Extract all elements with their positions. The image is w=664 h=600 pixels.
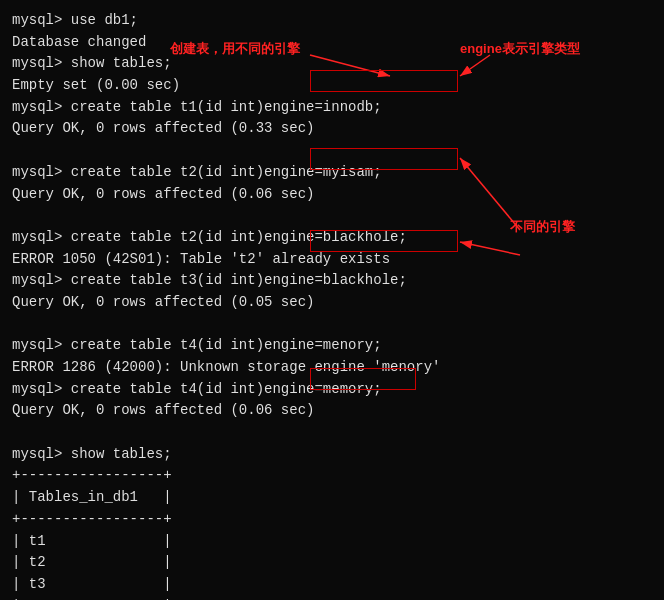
terminal-line: mysql> create table t2(id int)engine=bla… — [12, 227, 652, 249]
terminal-line: Database changed — [12, 32, 652, 54]
terminal-line: mysql> create table t3(id int)engine=bla… — [12, 270, 652, 292]
terminal-line: Query OK, 0 rows affected (0.33 sec) — [12, 118, 652, 140]
terminal-line: | t4 | — [12, 596, 652, 600]
terminal-line: Empty set (0.00 sec) — [12, 75, 652, 97]
terminal-line: mysql> create table t1(id int)engine=inn… — [12, 97, 652, 119]
terminal-line: ERROR 1286 (42000): Unknown storage engi… — [12, 357, 652, 379]
terminal-line: | t1 | — [12, 531, 652, 553]
terminal-line: mysql> show tables; — [12, 53, 652, 75]
terminal-line: | t3 | — [12, 574, 652, 596]
terminal: mysql> use db1; Database changed mysql> … — [0, 0, 664, 600]
terminal-line — [12, 314, 652, 336]
terminal-line: +-----------------+ — [12, 509, 652, 531]
terminal-line: mysql> create table t4(id int)engine=men… — [12, 335, 652, 357]
terminal-line — [12, 205, 652, 227]
terminal-line — [12, 422, 652, 444]
terminal-line: mysql> create table t2(id int)engine=myi… — [12, 162, 652, 184]
terminal-line: Query OK, 0 rows affected (0.06 sec) — [12, 400, 652, 422]
terminal-line: ERROR 1050 (42S01): Table 't2' already e… — [12, 249, 652, 271]
terminal-line: +-----------------+ — [12, 465, 652, 487]
terminal-line — [12, 140, 652, 162]
terminal-line: Query OK, 0 rows affected (0.05 sec) — [12, 292, 652, 314]
terminal-line: mysql> show tables; — [12, 444, 652, 466]
terminal-line: mysql> use db1; — [12, 10, 652, 32]
terminal-line: mysql> create table t4(id int)engine=mem… — [12, 379, 652, 401]
terminal-line: | Tables_in_db1 | — [12, 487, 652, 509]
terminal-line: Query OK, 0 rows affected (0.06 sec) — [12, 184, 652, 206]
terminal-line: | t2 | — [12, 552, 652, 574]
